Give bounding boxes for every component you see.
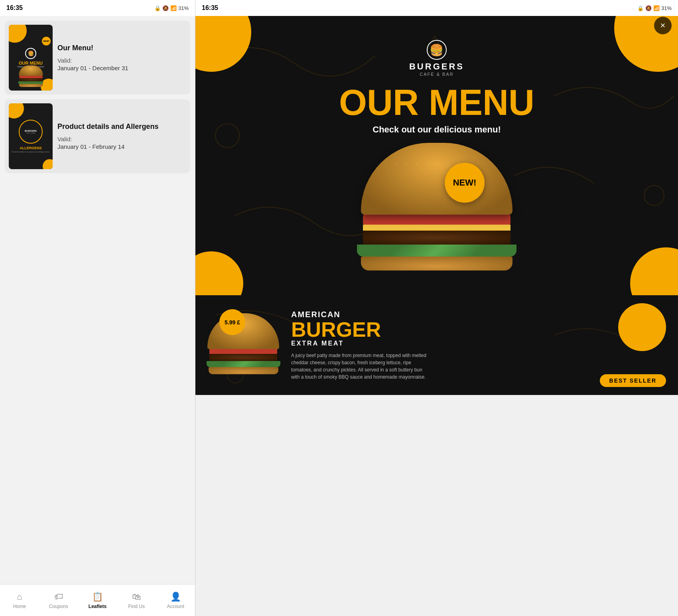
- deco-circle-br-2: [43, 159, 53, 169]
- nav-coupons-label: Coupons: [49, 604, 68, 609]
- nav-account-label: Account: [167, 604, 184, 609]
- battery-icon: 🔒: [154, 5, 161, 11]
- nav-findus-label: Find Us: [128, 604, 145, 609]
- big-lettuce: [357, 245, 516, 257]
- left-status-icons: 🔒 🔕 📶 31%: [154, 5, 189, 11]
- mute-icon: 🔕: [162, 5, 169, 11]
- nav-home[interactable]: ⌂ Home: [0, 592, 39, 609]
- right-panel: 16:35 🔒 🔕 📶 31% ×: [195, 0, 678, 616]
- p2-text-area: AMERICAN BURGER EXTRA MEAT A juicy beef …: [291, 310, 670, 381]
- p1-burger-container: NEW!: [195, 143, 678, 270]
- leaflet-title-allergens: Product details and Allergens: [57, 122, 186, 131]
- bottom-navigation: ⌂ Home 🏷 Coupons 📋 Leaflets 🛍 Find Us 👤 …: [0, 584, 195, 616]
- left-panel: 16:35 🔒 🔕 📶 31% 🍔 OUR MENU Check out our…: [0, 0, 195, 616]
- nav-home-label: Home: [13, 604, 26, 609]
- thumb-title: OUR MENU: [19, 61, 43, 65]
- findus-icon: 🛍: [132, 592, 141, 602]
- p1-tagline: Check out our delicious menu!: [373, 124, 501, 135]
- allergens-desc: Check the details of our products and al…: [10, 151, 51, 153]
- p1-title: OUR MENU: [339, 85, 534, 120]
- wifi-icon: 📶: [170, 5, 177, 11]
- leaflet-title-our-menu: Our Menu!: [57, 44, 186, 52]
- leaflets-list: 🍔 OUR MENU Check out our delicious menu!…: [0, 16, 195, 584]
- p1-logo-text: BURGERS: [409, 61, 464, 72]
- big-cheese: [363, 225, 510, 231]
- big-patty: [363, 231, 510, 245]
- leaflet-page-2: 5.99 £ AMERICAN BURGER EXTRA MEAT A juic…: [195, 295, 678, 395]
- med-ketchup: [209, 349, 277, 354]
- p1-logo-area: 🍔 BURGERS CAFÉ & BAR: [409, 40, 464, 77]
- big-bun-bottom: [361, 257, 512, 270]
- leaflet-info-our-menu: Our Menu! Valid: January 01 - December 3…: [57, 44, 186, 71]
- big-ketchup: [363, 215, 510, 225]
- leaflet-valid-label-1: Valid:: [57, 57, 186, 64]
- p2-burger-name: BURGER: [291, 319, 670, 340]
- p1-burger-wrapper: NEW!: [357, 143, 516, 270]
- p2-burger-wrapper: 5.99 £: [203, 313, 283, 377]
- leaflet-valid-label-2: Valid:: [57, 136, 186, 142]
- account-icon: 👤: [170, 592, 181, 602]
- p1-big-burger: [357, 143, 516, 270]
- leaflet-thumb-our-menu: 🍔 OUR MENU Check out our delicious menu!…: [9, 25, 53, 91]
- leaflet-card-our-menu[interactable]: 🍔 OUR MENU Check out our delicious menu!…: [5, 21, 190, 95]
- close-button[interactable]: ×: [654, 17, 672, 34]
- leaflet-card-allergens[interactable]: BURGERS CAFÉ & BAR ALLERGENS Check the d…: [5, 99, 190, 173]
- r-battery-pct: 31%: [661, 5, 672, 11]
- right-time: 16:35: [202, 4, 218, 12]
- nav-leaflets-label: Leaflets: [89, 604, 106, 609]
- nav-findus[interactable]: 🛍 Find Us: [117, 592, 156, 609]
- p1-logo-sub: CAFÉ & BAR: [409, 72, 464, 77]
- leaflet-valid-date-2: January 01 - February 14: [57, 143, 186, 150]
- r-wifi-icon: 📶: [653, 5, 660, 11]
- allergens-logo-circle: BURGERS CAFÉ & BAR: [19, 120, 43, 144]
- nav-account[interactable]: 👤 Account: [156, 592, 195, 609]
- right-status-icons: 🔒 🔕 📶 31%: [637, 5, 672, 11]
- right-status-bar: 16:35 🔒 🔕 📶 31%: [195, 0, 678, 16]
- p1-new-badge: NEW!: [445, 163, 485, 203]
- big-bun-top: [361, 143, 512, 215]
- allergens-label: ALLERGENS: [20, 146, 42, 150]
- leaflet-valid-date-1: January 01 - December 31: [57, 65, 186, 71]
- leaflet-thumb-allergens: BURGERS CAFÉ & BAR ALLERGENS Check the d…: [9, 103, 53, 169]
- thumb-logo-icon: 🍔: [25, 48, 36, 59]
- r-battery-icon: 🔒: [637, 5, 644, 11]
- deco-circle-tl-2: [9, 103, 24, 118]
- left-status-bar: 16:35 🔒 🔕 📶 31%: [0, 0, 195, 16]
- p2-burger-area: 5.99 £: [203, 313, 283, 377]
- deco-circle-tl: [9, 25, 27, 43]
- close-icon: ×: [660, 21, 666, 30]
- p1-logo-icon: 🍔: [427, 40, 447, 60]
- battery-pct: 31%: [178, 5, 189, 11]
- nav-coupons[interactable]: 🏷 Coupons: [39, 592, 78, 609]
- p2-description: A juicy beef patty made from premium mea…: [291, 352, 431, 381]
- med-bun-bottom: [209, 367, 278, 374]
- leaflets-icon: 📋: [92, 592, 103, 602]
- med-patty: [209, 354, 277, 361]
- leaflet-viewer[interactable]: 🍔 BURGERS CAFÉ & BAR OUR MENU Check out …: [195, 16, 678, 616]
- thumb-new-badge: NEW!: [42, 37, 51, 45]
- med-lettuce: [207, 361, 280, 367]
- r-mute-icon: 🔕: [645, 5, 652, 11]
- home-icon: ⌂: [17, 592, 22, 602]
- left-time: 16:35: [6, 4, 23, 12]
- coupons-icon: 🏷: [54, 592, 63, 602]
- leaflet-info-allergens: Product details and Allergens Valid: Jan…: [57, 122, 186, 150]
- price-badge: 5.99 £: [219, 309, 245, 335]
- leaflet-page-1: 🍔 BURGERS CAFÉ & BAR OUR MENU Check out …: [195, 16, 678, 295]
- best-seller-badge: BEST SELLER: [600, 374, 666, 387]
- nav-leaflets[interactable]: 📋 Leaflets: [78, 592, 117, 609]
